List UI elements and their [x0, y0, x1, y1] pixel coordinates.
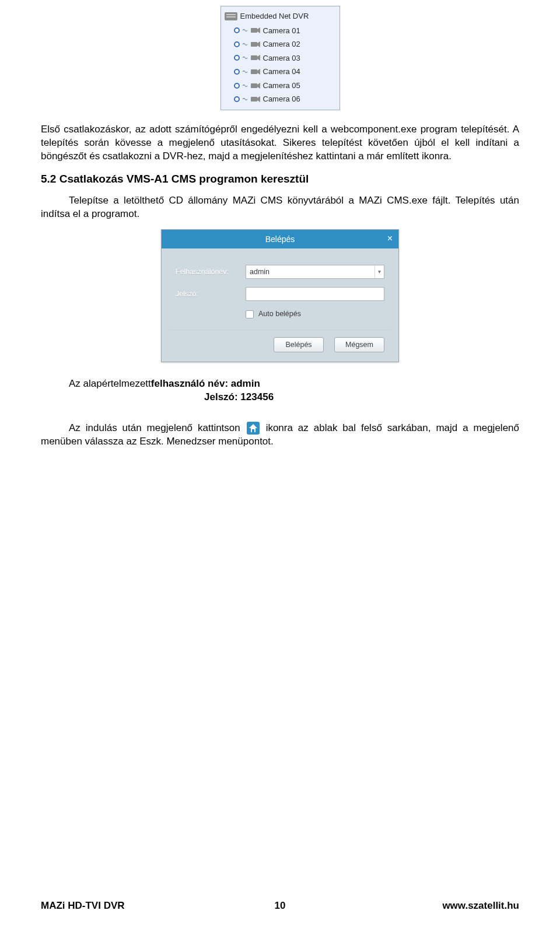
login-titlebar: Belépés ×	[162, 230, 398, 248]
close-icon[interactable]: ×	[387, 234, 393, 243]
credentials-pass-line: Jelszó: 123456	[204, 391, 519, 404]
username-label: Felhasználónév:	[176, 267, 246, 277]
body-paragraph: Első csatlakozáskor, az adott számítógép…	[41, 123, 519, 163]
section-heading-5-2: 5.2 Csatlakozás VMS-A1 CMS programon ker…	[41, 171, 519, 187]
svg-marker-9	[257, 83, 260, 89]
para3-a: Az indulás után megjelenő kattintson	[69, 422, 246, 433]
link-icon	[242, 27, 248, 33]
username-value: admin	[250, 267, 270, 277]
tree-item-camera[interactable]: Camera 04	[223, 65, 337, 79]
link-icon	[242, 55, 248, 61]
tree-item-camera[interactable]: Camera 01	[223, 24, 337, 38]
cred-pass-bold: Jelszó: 123456	[204, 391, 274, 404]
svg-rect-6	[251, 69, 257, 74]
camera-icon	[250, 96, 261, 103]
footer-left: MAZi HD-TVI DVR	[41, 899, 125, 913]
login-title: Belépés	[265, 234, 295, 245]
svg-marker-11	[257, 96, 260, 102]
login-button[interactable]: Belépés	[274, 337, 324, 352]
auto-login-row: Auto belépés	[246, 309, 384, 319]
camera-icon	[250, 54, 261, 61]
default-credentials: Az alapértelmezett felhasználó név: admi…	[69, 377, 519, 404]
tree-item-camera[interactable]: Camera 06	[223, 92, 337, 106]
link-icon	[242, 83, 248, 89]
login-button-row: Belépés Mégsem	[170, 330, 390, 352]
tree-item-label: Camera 03	[263, 53, 300, 64]
svg-rect-4	[251, 55, 257, 60]
svg-rect-8	[251, 83, 257, 88]
record-dot-icon	[234, 41, 240, 47]
cancel-button[interactable]: Mégsem	[334, 337, 384, 352]
login-body: Felhasználónév: admin ▾ Jelszó: Auto bel…	[162, 248, 398, 362]
body-paragraph: Az indulás után megjelenő kattintson iko…	[41, 422, 519, 449]
svg-marker-3	[257, 41, 260, 47]
page-footer: MAZi HD-TVI DVR 10 www.szatellit.hu	[41, 899, 519, 913]
tree-item-label: Camera 06	[263, 94, 300, 104]
password-label: Jelszó:	[176, 289, 246, 299]
svg-marker-12	[249, 424, 257, 432]
record-dot-icon	[234, 27, 240, 33]
link-icon	[242, 69, 248, 75]
footer-right: www.szatellit.hu	[442, 899, 519, 913]
svg-marker-1	[257, 27, 260, 33]
password-input[interactable]	[246, 287, 384, 301]
tree-item-label: Camera 05	[263, 80, 300, 91]
credentials-user-line: Az alapértelmezett felhasználó név: admi…	[69, 377, 519, 391]
camera-icon	[250, 41, 261, 48]
svg-rect-10	[251, 97, 257, 101]
login-row-username: Felhasználónév: admin ▾	[176, 265, 384, 279]
link-icon	[242, 41, 248, 47]
svg-rect-0	[251, 28, 257, 33]
body-paragraph: Telepítse a letölthető CD állomány MAZi …	[41, 194, 519, 221]
tree-item-camera[interactable]: Camera 05	[223, 79, 337, 93]
chevron-down-icon[interactable]: ▾	[374, 265, 384, 278]
record-dot-icon	[234, 83, 240, 89]
auto-login-label: Auto belépés	[258, 309, 301, 319]
svg-marker-7	[257, 69, 260, 75]
record-dot-icon	[234, 55, 240, 61]
tree-item-camera[interactable]: Camera 03	[223, 51, 337, 65]
record-dot-icon	[234, 96, 240, 102]
tree-root-label: Embedded Net DVR	[240, 11, 309, 22]
camera-icon	[250, 27, 261, 34]
camera-tree-panel: Embedded Net DVR Camera 01 Camera 02 Cam…	[220, 6, 340, 110]
tree-root[interactable]: Embedded Net DVR	[223, 10, 337, 24]
username-input[interactable]: admin ▾	[246, 265, 384, 279]
camera-tree-figure: Embedded Net DVR Camera 01 Camera 02 Cam…	[41, 6, 519, 110]
tree-item-label: Camera 04	[263, 66, 300, 77]
link-icon	[242, 96, 248, 102]
tree-item-label: Camera 02	[263, 39, 300, 50]
camera-icon	[250, 68, 261, 75]
login-row-password: Jelszó:	[176, 287, 384, 301]
login-dialog: Belépés × Felhasználónév: admin ▾ Jelszó…	[161, 229, 399, 362]
home-icon	[247, 422, 260, 435]
tree-item-label: Camera 01	[263, 26, 300, 36]
login-dialog-figure: Belépés × Felhasználónév: admin ▾ Jelszó…	[41, 229, 519, 362]
auto-login-checkbox[interactable]	[246, 310, 254, 318]
svg-marker-5	[257, 55, 260, 61]
dvr-icon	[225, 12, 237, 20]
camera-icon	[250, 82, 261, 89]
cred-user-bold: felhasználó név: admin	[151, 377, 260, 391]
tree-item-camera[interactable]: Camera 02	[223, 37, 337, 51]
svg-rect-2	[251, 42, 257, 47]
cred-text: Az alapértelmezett	[69, 377, 151, 391]
record-dot-icon	[234, 69, 240, 75]
